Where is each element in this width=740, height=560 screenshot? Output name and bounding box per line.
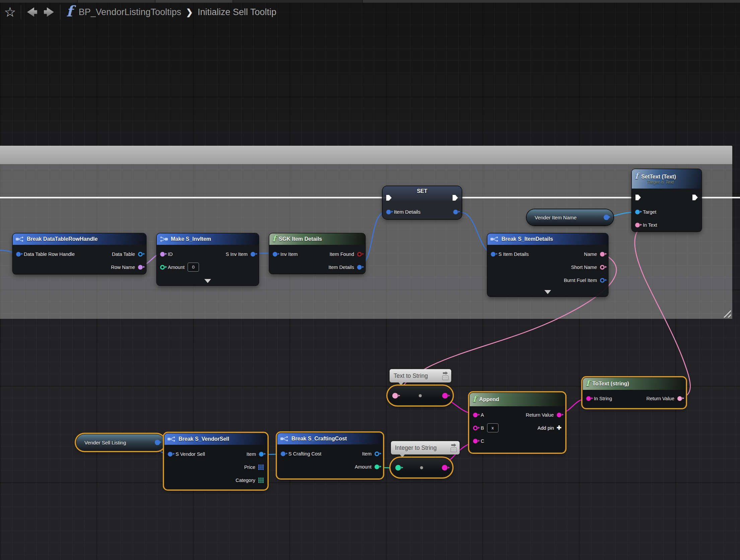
pin-inv-item[interactable]	[273, 252, 277, 257]
pin-item-found[interactable]	[357, 252, 362, 257]
node-header[interactable]: Break DataTableRowHandle	[13, 233, 146, 245]
node-title: Break S_VendorSell	[179, 436, 229, 442]
node-settext[interactable]: f SetText (Text) Target is Text Target I…	[632, 169, 701, 231]
pin-label: Return Value	[646, 396, 674, 401]
blueprint-graph-canvas[interactable]: ☆ f BP_VendorListingTooltips ❯ Initializ…	[0, 0, 740, 560]
back-arrow-icon[interactable]	[27, 7, 37, 17]
node-make-s-invitem[interactable]: Make S_InvItem ID S Inv Item Amount0	[157, 233, 259, 285]
forward-arrow-icon[interactable]	[44, 7, 54, 17]
pin-s-crafting-cost[interactable]	[281, 451, 285, 456]
pin-item-details-out[interactable]	[453, 210, 458, 214]
b-value-field[interactable]: x	[487, 423, 498, 432]
comment-header[interactable]	[0, 146, 732, 164]
node-header[interactable]: Break S_CraftingCost	[277, 433, 383, 444]
pin-s-item-details[interactable]	[491, 252, 495, 257]
variable-label: Vender Sell Listing	[84, 440, 126, 445]
tab-segment[interactable]	[77, 0, 155, 3]
toolbar-divider	[60, 5, 60, 19]
node-title: Break S_ItemDetails	[501, 236, 553, 242]
exec-out-pin[interactable]	[453, 195, 458, 201]
tab-strip[interactable]	[0, 0, 740, 3]
pin-row-name[interactable]	[138, 265, 143, 270]
node-subtitle: Target is Text	[647, 180, 697, 185]
pin-item[interactable]	[259, 452, 264, 457]
node-header[interactable]: f ToText (string)	[583, 378, 685, 390]
exec-out-pin[interactable]	[692, 195, 698, 200]
tab-segment[interactable]	[155, 0, 232, 3]
pin-category-array[interactable]	[258, 478, 264, 483]
more-options-icon[interactable]: ···	[442, 375, 449, 380]
pin-name[interactable]	[600, 252, 605, 257]
node-break-datatablerowhandle[interactable]: Break DataTableRowHandle Data Table Row …	[13, 233, 146, 274]
node-header[interactable]: Break S_ItemDetails	[487, 233, 608, 245]
pin-target[interactable]	[635, 210, 640, 214]
exec-in-pin[interactable]	[386, 195, 392, 201]
bubble-label: Text to String	[394, 372, 428, 379]
node-header[interactable]: Break S_VendorSell	[164, 433, 267, 445]
comment-box[interactable]	[0, 146, 732, 319]
pin-vender-item-name[interactable]	[604, 215, 609, 220]
breadcrumb-graph-name[interactable]: Initialize Sell Tooltip	[198, 7, 276, 17]
pin-c[interactable]	[473, 439, 478, 443]
pin-int-in[interactable]	[395, 465, 401, 471]
add-pin-button[interactable]: Add pin✚	[538, 424, 561, 431]
node-break-s-itemdetails[interactable]: Break S_ItemDetails S Item Details Name …	[487, 233, 608, 296]
pin-label: Row Name	[111, 265, 135, 270]
pin-in-string[interactable]	[586, 396, 591, 401]
node-totext-string[interactable]: f ToText (string) In String Return Value	[583, 378, 685, 408]
node-sgk-item-details[interactable]: f SGK Item Details Inv Item Item Found I…	[269, 233, 365, 274]
pin-return-value[interactable]	[677, 396, 682, 401]
pin-tab-icon[interactable]	[443, 371, 448, 375]
variable-node-vender-sell-listing[interactable]: Vender Sell Listing	[76, 434, 164, 450]
node-set-item-details[interactable]: SET Item Details	[383, 186, 462, 219]
pin-short-name[interactable]	[600, 265, 605, 270]
pin-price-array[interactable]	[258, 465, 264, 470]
more-options-icon[interactable]: ···	[451, 447, 457, 452]
node-title: Make S_InvItem	[171, 236, 211, 242]
pin-item-details-in[interactable]	[386, 210, 391, 214]
node-append[interactable]: f Append A Return Value Bx Add pin✚ C	[470, 393, 565, 452]
pin-label: ID	[168, 252, 173, 257]
node-text-to-string-conversion[interactable]	[388, 386, 452, 405]
pin-a[interactable]	[473, 413, 478, 417]
pin-return-value[interactable]	[557, 413, 561, 417]
exec-in-pin[interactable]	[635, 195, 641, 200]
pin-label: Item	[247, 451, 256, 457]
pin-amount[interactable]	[375, 465, 379, 469]
pin-burnt-fuel-item[interactable]	[600, 278, 605, 283]
pin-s-vendor-sell[interactable]	[168, 452, 173, 457]
node-break-s-craftingcost[interactable]: Break S_CraftingCost S Crafting Cost Ite…	[277, 433, 383, 478]
pin-id[interactable]	[160, 252, 165, 257]
pin-s-inv-item[interactable]	[251, 252, 255, 257]
pin-in-text[interactable]	[635, 223, 640, 227]
collapse-arrow-icon[interactable]	[204, 279, 211, 283]
pin-b[interactable]	[473, 426, 478, 430]
node-header[interactable]: Make S_InvItem	[157, 233, 259, 245]
node-header[interactable]: f SGK Item Details	[269, 233, 365, 245]
tab-segment[interactable]	[362, 0, 740, 3]
pin-amount[interactable]	[160, 265, 165, 270]
pin-item[interactable]	[375, 451, 379, 456]
collapse-arrow-icon[interactable]	[544, 290, 551, 294]
pin-vender-sell-listing[interactable]	[155, 440, 160, 445]
pin-string-out[interactable]	[442, 465, 448, 471]
variable-node-vender-item-name[interactable]: Vender Item Name	[527, 209, 613, 225]
node-header[interactable]: f Append	[470, 393, 565, 406]
pin-tab-icon[interactable]	[451, 443, 456, 447]
breadcrumb-blueprint-name[interactable]: BP_VendorListingTooltips	[79, 7, 181, 17]
node-title: Break S_CraftingCost	[291, 436, 347, 442]
pin-label: Item Found	[330, 252, 354, 257]
pin-text-in[interactable]	[392, 393, 398, 399]
tab-segment[interactable]	[232, 0, 362, 3]
favorite-star-icon[interactable]: ☆	[4, 5, 16, 19]
pin-data-table[interactable]	[138, 252, 143, 257]
node-integer-to-string-conversion[interactable]	[391, 458, 452, 477]
node-header[interactable]: f SetText (Text) Target is Text	[632, 169, 701, 189]
pin-data-table-row-handle[interactable]	[16, 252, 21, 257]
amount-value-field[interactable]: 0	[188, 263, 199, 272]
add-pin-label: Add pin	[538, 425, 554, 431]
pin-item-details-out[interactable]	[357, 265, 362, 270]
pin-string-out[interactable]	[442, 393, 448, 399]
tab-segment[interactable]	[0, 0, 77, 3]
node-break-s-vendorsell[interactable]: Break S_VendorSell S Vendor Sell Item Pr…	[164, 433, 267, 489]
